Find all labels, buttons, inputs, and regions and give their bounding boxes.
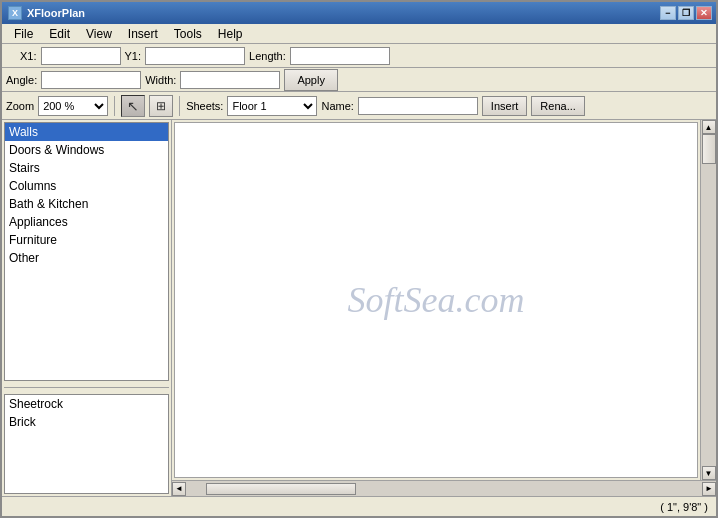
horizontal-scrollbar[interactable]: ◄ ► (172, 480, 716, 496)
sheets-select[interactable]: Floor 1 (227, 96, 317, 116)
scroll-track-horizontal[interactable] (186, 482, 702, 496)
width-label: Width: (145, 74, 176, 86)
panel-divider (4, 387, 169, 388)
menu-insert[interactable]: Insert (120, 25, 166, 43)
insert-button[interactable]: Insert (482, 96, 528, 116)
scroll-down-button[interactable]: ▼ (702, 466, 716, 480)
length-input[interactable] (290, 47, 390, 65)
cursor-icon: ↖ (127, 98, 139, 114)
scroll-right-button[interactable]: ► (702, 482, 716, 496)
app-icon: X (8, 6, 22, 20)
scroll-thumb-horizontal[interactable] (206, 483, 356, 495)
rename-button[interactable]: Rena... (531, 96, 584, 116)
zoom-select[interactable]: 200 % 25 % 50 % 100 % 150 % 300 % 400 % (38, 96, 108, 116)
close-button[interactable]: ✕ (696, 6, 712, 20)
menu-bar: File Edit View Insert Tools Help (2, 24, 716, 44)
select-tool-button[interactable]: ↖ (121, 95, 145, 117)
separator-2 (179, 96, 180, 116)
x1-label: X1: (20, 50, 37, 62)
menu-tools[interactable]: Tools (166, 25, 210, 43)
scroll-thumb-vertical[interactable] (702, 134, 716, 164)
material-sheetrock[interactable]: Sheetrock (5, 395, 168, 413)
menu-help[interactable]: Help (210, 25, 251, 43)
toolbar-row-2: Zoom 200 % 25 % 50 % 100 % 150 % 300 % 4… (2, 92, 716, 120)
category-stairs[interactable]: Stairs (5, 159, 168, 177)
main-window: X XFloorPlan − ❐ ✕ File Edit View Insert… (0, 0, 718, 518)
category-appliances[interactable]: Appliances (5, 213, 168, 231)
width-input[interactable] (180, 71, 280, 89)
drawing-canvas[interactable]: SoftSea.com (174, 122, 698, 478)
category-walls[interactable]: Walls (5, 123, 168, 141)
menu-file[interactable]: File (6, 25, 41, 43)
grid-tool-button[interactable]: ⊞ (149, 95, 173, 117)
category-other[interactable]: Other (5, 249, 168, 267)
category-list[interactable]: Walls Doors & Windows Stairs Columns Bat… (4, 122, 169, 381)
canvas-and-vscroll: SoftSea.com ▲ ▼ (172, 120, 716, 480)
toolbar-row-1b: Angle: Width: Apply (2, 68, 716, 92)
scroll-up-button[interactable]: ▲ (702, 120, 716, 134)
y1-label: Y1: (125, 50, 142, 62)
title-bar: X XFloorPlan − ❐ ✕ (2, 2, 716, 24)
name-input[interactable] (358, 97, 478, 115)
menu-view[interactable]: View (78, 25, 120, 43)
main-area: Walls Doors & Windows Stairs Columns Bat… (2, 120, 716, 496)
scroll-track-vertical[interactable] (702, 134, 716, 466)
title-bar-left: X XFloorPlan (8, 6, 85, 20)
menu-edit[interactable]: Edit (41, 25, 78, 43)
apply-button[interactable]: Apply (284, 69, 338, 91)
left-panel: Walls Doors & Windows Stairs Columns Bat… (2, 120, 172, 496)
material-brick[interactable]: Brick (5, 413, 168, 431)
x1-input[interactable] (41, 47, 121, 65)
y1-input[interactable] (145, 47, 245, 65)
scroll-left-button[interactable]: ◄ (172, 482, 186, 496)
name-label: Name: (321, 100, 353, 112)
grid-icon: ⊞ (156, 99, 166, 113)
title-buttons: − ❐ ✕ (660, 6, 712, 20)
category-columns[interactable]: Columns (5, 177, 168, 195)
restore-button[interactable]: ❐ (678, 6, 694, 20)
length-label: Length: (249, 50, 286, 62)
minimize-button[interactable]: − (660, 6, 676, 20)
canvas-area-container: SoftSea.com ▲ ▼ ◄ ► (172, 120, 716, 496)
zoom-label: Zoom (6, 100, 34, 112)
coordinates-display: ( 1", 9'8" ) (660, 501, 708, 513)
window-title: XFloorPlan (27, 7, 85, 19)
material-list[interactable]: Sheetrock Brick (4, 394, 169, 494)
watermark: SoftSea.com (348, 279, 525, 321)
separator-1 (114, 96, 115, 116)
category-furniture[interactable]: Furniture (5, 231, 168, 249)
vertical-scrollbar[interactable]: ▲ ▼ (700, 120, 716, 480)
sheets-label: Sheets: (186, 100, 223, 112)
toolbar-row-1: X1: Y1: Length: (2, 44, 716, 68)
angle-label: Angle: (6, 74, 37, 86)
category-doors-windows[interactable]: Doors & Windows (5, 141, 168, 159)
angle-input[interactable] (41, 71, 141, 89)
status-bar: ( 1", 9'8" ) (2, 496, 716, 516)
category-bath-kitchen[interactable]: Bath & Kitchen (5, 195, 168, 213)
